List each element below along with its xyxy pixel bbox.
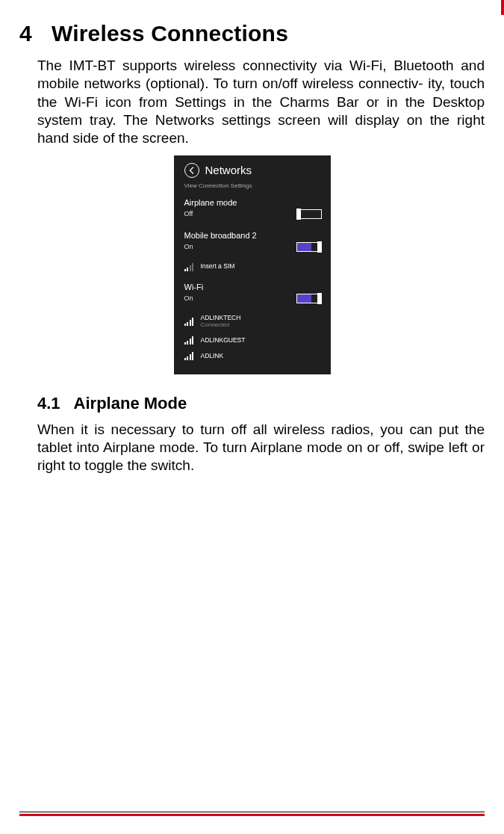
wifi-signal-icon: [184, 352, 195, 360]
wifi-network-name: ADLINKTECH: [201, 314, 241, 321]
networks-panel: Networks View Connection Settings Airpla…: [174, 155, 331, 374]
document-page: 4Wireless Connections The IMT-BT support…: [0, 0, 504, 834]
wifi-network-item[interactable]: ADLINK: [184, 348, 322, 364]
figure-wrapper: Networks View Connection Settings Airpla…: [19, 155, 485, 374]
mobile-broadband-toggle[interactable]: [296, 242, 322, 252]
wifi-network-item[interactable]: ADLINKGUEST: [184, 333, 322, 348]
intro-paragraph: The IMT-BT supports wireless connectivit…: [19, 57, 485, 148]
panel-header: Networks: [184, 163, 322, 178]
sim-item[interactable]: Insert a SIM: [184, 259, 322, 275]
page-edge-marker: [501, 0, 504, 15]
section-heading: 4.1Airplane Mode: [19, 394, 485, 413]
footer-accent-line: [19, 814, 485, 816]
mobile-broadband-label: Mobile broadband 2: [184, 231, 322, 240]
wifi-label: Wi-Fi: [184, 282, 322, 291]
wifi-toggle[interactable]: [296, 294, 322, 303]
chapter-title: Wireless Connections: [52, 21, 288, 46]
wifi-network-name: ADLINK: [201, 353, 224, 359]
airplane-mode-label: Airplane mode: [184, 198, 322, 207]
mobile-broadband-row: On: [184, 242, 322, 252]
wifi-network-item[interactable]: ADLINKTECH Connected: [184, 311, 322, 333]
section-number: 4.1: [37, 394, 60, 413]
wifi-network-name: ADLINKGUEST: [201, 337, 246, 344]
wifi-network-text: ADLINKTECH Connected: [201, 315, 241, 329]
wifi-signal-icon: [184, 318, 195, 326]
wifi-state: On: [184, 294, 193, 302]
section-title: Airplane Mode: [74, 394, 187, 413]
sim-text: Insert a SIM: [201, 263, 235, 270]
chapter-number: 4: [19, 21, 32, 46]
airplane-mode-state: Off: [184, 210, 193, 217]
back-icon[interactable]: [184, 163, 199, 178]
airplane-mode-toggle[interactable]: [296, 209, 322, 219]
panel-title: Networks: [205, 164, 252, 176]
chapter-heading: 4Wireless Connections: [19, 21, 485, 46]
view-connection-settings-link[interactable]: View Connection Settings: [184, 182, 322, 189]
wifi-row: On: [184, 294, 322, 303]
wifi-network-status: Connected: [201, 321, 230, 328]
mobile-broadband-state: On: [184, 243, 193, 250]
section-paragraph: When it is necessary to turn off all wir…: [19, 421, 485, 475]
airplane-mode-row: Off: [184, 209, 322, 219]
signal-bars-icon: [184, 263, 195, 271]
wifi-signal-icon: [184, 336, 195, 345]
